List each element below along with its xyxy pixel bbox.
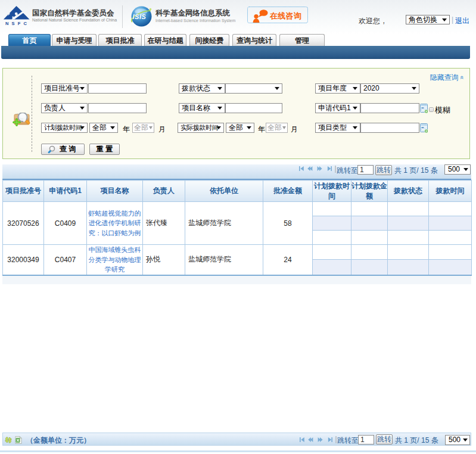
- svg-text:ISIS: ISIS: [133, 13, 147, 20]
- svg-text:NSFC: NSFC: [5, 21, 30, 26]
